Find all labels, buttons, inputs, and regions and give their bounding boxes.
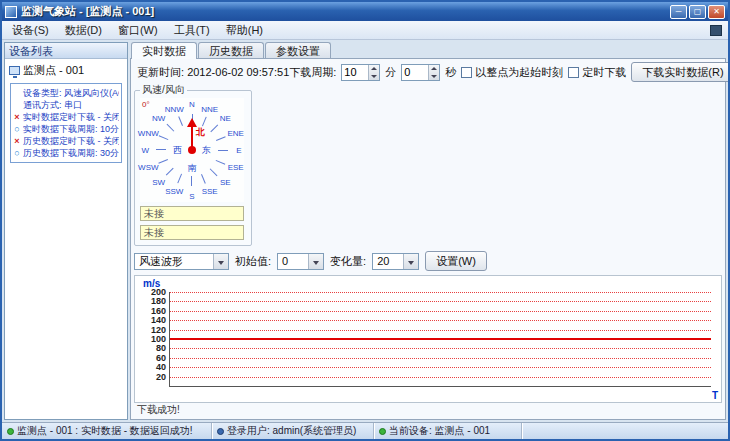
title-bar: 监测气象站 - [监测点 - 001] ─ ▢ ✕ [2,2,728,21]
spinner-down-icon[interactable] [429,72,439,80]
update-time-label: 更新时间: [137,66,184,78]
close-button[interactable]: ✕ [708,5,725,19]
initial-value-select[interactable]: 0 [277,253,324,270]
waveform-select[interactable]: 风速波形 [134,253,229,270]
compass-tick [158,159,168,164]
status-device-cell: 当前设备: 监测点 - 001 [374,423,522,439]
minimize-button[interactable]: ─ [670,5,687,19]
timed-download-checkbox[interactable]: 定时下载 [568,65,626,80]
compass-direction-label: S [189,191,194,200]
wind-groupbox: 风速/风向 0° [134,83,252,246]
mdi-child-icon[interactable] [710,25,722,36]
compass-direction-label: WSW [138,162,158,171]
gridline [170,377,711,378]
seconds-spinbox [401,64,440,81]
wind-compass: 0° [140,98,244,202]
compass-north-label: 北 [196,126,205,139]
wind-row: 风速/风向 0° [134,83,722,246]
seconds-input[interactable] [402,65,428,80]
tree-item-label: 监测点 - 001 [23,63,84,78]
status-indicator-icon [7,428,14,435]
toolbar-row: 更新时间: 2012-06-02 09:57:51 下载周期: 分 [134,61,722,83]
compass-tick [156,149,166,150]
chevron-down-icon[interactable] [403,254,418,269]
checkbox-icon[interactable] [568,67,579,78]
compass-direction-label: NNW [165,105,184,114]
download-result-text: 下载成功! [134,403,722,417]
window-body: 设备列表 监测点 - 001 设备类型: 风速风向仪(ACFW-4) 通讯方式:… [2,40,728,422]
chevron-down-icon[interactable] [213,254,228,269]
maximize-button[interactable]: ▢ [689,5,706,19]
compass-direction-label: ESE [228,162,244,171]
checkbox-icon[interactable] [461,67,472,78]
tab-history-data[interactable]: 历史数据 [198,42,264,59]
minutes-input[interactable] [342,65,368,80]
spinner-up-icon[interactable] [429,65,439,73]
menu-help[interactable]: 帮助(H) [218,21,271,40]
delta-value: 20 [373,255,403,267]
compass-direction-label: SE [220,178,231,187]
gridline [170,292,711,293]
spinner-down-icon[interactable] [369,72,379,80]
compass-direction-label: E [236,146,241,155]
menu-window[interactable]: 窗口(W) [110,21,166,40]
plot-area: 200 180 160 140 120 100 80 60 40 20 [169,292,711,387]
tree-item-device[interactable]: 监测点 - 001 [7,62,125,79]
waveform-controls: 风速波形 初始值: 0 变化量: 20 设置(W) [134,251,722,271]
menu-tools[interactable]: 工具(T) [166,21,218,40]
compass-direction-label: W [141,146,149,155]
wind-group-title: 风速/风向 [140,83,187,97]
spinner-up-icon[interactable] [369,65,379,73]
delta-select[interactable]: 20 [372,253,419,270]
compass-tick [167,124,175,132]
wind-speed-chart: m/s 200 180 160 [134,275,722,403]
realtime-panel: 更新时间: 2012-06-02 09:57:51 下载周期: 分 [130,58,726,420]
app-window: 监测气象站 - [监测点 - 001] ─ ▢ ✕ 设备(S) 数据(D) 窗口… [0,0,730,441]
timed-download-label: 定时下载 [582,65,626,80]
gridline [170,348,711,349]
compass-center-dot [188,146,196,154]
period-label: 下载周期: [289,65,336,80]
gridline [170,367,711,368]
chevron-down-icon[interactable] [308,254,323,269]
delta-label: 变化量: [330,254,366,269]
compass-tick [166,168,174,176]
waveform-select-value: 风速波形 [135,254,213,269]
menu-data[interactable]: 数据(D) [57,21,110,40]
gridline [170,358,711,359]
compass-direction-label: SSW [165,186,183,195]
align-start-checkbox[interactable]: 以整点为起始时刻 [461,65,563,80]
download-controls: 下载周期: 分 秒 以整点为起始时刻 [289,62,730,82]
device-info-box: 设备类型: 风速风向仪(ACFW-4) 通讯方式: 串口 ×实时数据定时下载 -… [10,83,122,163]
info-line: ○实时数据下载周期: 10分 0秒 [13,123,119,135]
wind-angle-readout: 0° [142,100,150,109]
compass-south-label: 南 [188,161,197,174]
seconds-unit-label: 秒 [445,65,456,80]
compass-direction-label: NNE [201,105,218,114]
compass-direction-label: N [189,100,195,109]
compass-direction-label: NW [152,113,165,122]
disabled-icon: × [13,135,21,147]
compass-direction-label: WNW [138,129,159,138]
clock-icon: ○ [13,147,21,159]
initial-value: 0 [278,255,308,267]
tab-realtime-data[interactable]: 实时数据 [131,42,197,59]
set-button[interactable]: 设置(W) [425,251,487,271]
compass-tick [178,116,183,126]
download-realtime-button[interactable]: 下载实时数据(R) [631,62,730,82]
wind-speed-readout: 未接 [140,206,244,221]
minimize-icon: ─ [676,7,682,16]
seconds-spinner[interactable] [428,65,439,80]
compass-east-label: 东 [202,144,211,157]
menu-device[interactable]: 设备(S) [4,21,57,40]
update-time: 更新时间: 2012-06-02 09:57:51 [134,65,289,80]
y-tick-label: 20 [138,372,166,382]
device-node-icon [9,66,20,75]
update-time-value: 2012-06-02 09:57:51 [187,66,289,78]
status-device: 当前设备: 监测点 - 001 [389,424,490,438]
info-line: 设备类型: 风速风向仪(ACFW-4) [13,87,119,99]
tab-parameter-settings[interactable]: 参数设置 [265,42,331,59]
compass-tick [159,135,169,140]
minutes-spinner[interactable] [368,65,379,80]
wind-speed-series-line [170,338,711,340]
